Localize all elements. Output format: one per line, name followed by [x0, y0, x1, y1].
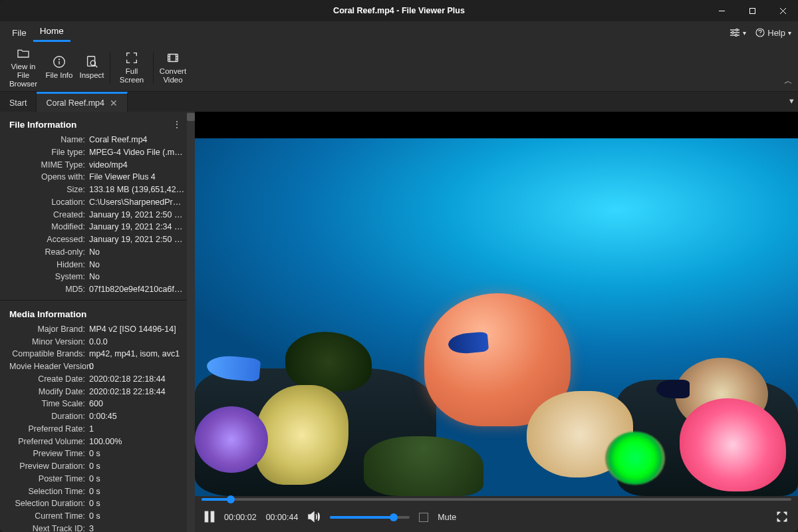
info-key: Selection Time:: [9, 485, 89, 498]
info-value: January 19, 2021 2:50 PM: [89, 209, 186, 221]
info-key: Duration:: [9, 410, 89, 423]
tab-label: Coral Reef.mp4: [46, 98, 104, 108]
menu-file[interactable]: File: [5, 25, 33, 41]
info-value: 3: [89, 523, 186, 532]
info-row: Duration:0:00:45: [8, 410, 187, 423]
info-key: Minor Version:: [9, 336, 89, 348]
section-title: File Information: [9, 120, 76, 130]
info-row: Name:Coral Reef.mp4: [8, 134, 187, 146]
info-row: Selection Time:0 s: [8, 485, 187, 498]
info-value: 2020:02:18 22:18:44: [89, 373, 186, 386]
seek-bar[interactable]: [195, 496, 798, 503]
info-row: MD5:07f1b820e9ef4210ca6fca02668c...: [8, 283, 187, 296]
info-value: 07f1b820e9ef4210ca6fca02668c...: [89, 283, 186, 296]
info-value: January 19, 2021 2:50 PM: [89, 233, 186, 246]
svg-line-17: [95, 65, 98, 68]
info-value: 100.00%: [89, 436, 186, 448]
tab-start[interactable]: Start: [0, 92, 37, 112]
menubar: File Home ▾ Help▾: [0, 21, 798, 44]
tabbar: Start Coral Reef.mp4 ✕ ▾: [0, 92, 798, 112]
collapse-ribbon-icon[interactable]: ︿: [784, 75, 793, 87]
tool-label: Inspect: [79, 71, 104, 80]
mute-checkbox[interactable]: [419, 513, 428, 522]
svg-rect-25: [205, 511, 208, 522]
full-screen-button[interactable]: Full Screen: [112, 47, 151, 89]
tool-label: Convert Video: [160, 67, 186, 84]
fullscreen-button[interactable]: [775, 510, 789, 525]
main-area: File Information⋮Name:Coral Reef.mp4File…: [0, 112, 798, 532]
info-value: mp42, mp41, isom, avc1: [89, 348, 186, 360]
info-key: Modify Date:: [9, 386, 89, 398]
info-key: Preview Time:: [9, 448, 89, 460]
settings-icon[interactable]: ▾: [730, 28, 746, 37]
info-value: No: [89, 246, 186, 259]
close-tab-icon[interactable]: ✕: [110, 98, 118, 108]
view-in-file-browser-button[interactable]: View in File Browser: [4, 47, 43, 89]
info-key: Create Date:: [9, 373, 89, 386]
info-value: Coral Reef.mp4: [89, 134, 186, 146]
help-label: Help: [767, 28, 785, 38]
volume-icon[interactable]: [307, 511, 321, 525]
info-row: Created:January 19, 2021 2:50 PM: [8, 209, 187, 221]
video-panel: 00:00:02 00:00:44 Mute: [195, 112, 798, 532]
info-value: 0 s: [89, 473, 186, 485]
menu-home[interactable]: Home: [33, 23, 70, 42]
info-key: Selection Duration:: [9, 497, 89, 510]
info-value: 0 s: [89, 460, 186, 473]
info-key: Preferred Volume:: [9, 436, 89, 448]
info-row: Preferred Volume:100.00%: [8, 436, 187, 448]
info-key: Next Track ID:: [9, 523, 89, 532]
sidebar-scrollbar[interactable]: [187, 112, 195, 532]
info-value: 600: [89, 398, 186, 410]
svg-point-7: [736, 29, 738, 31]
titlebar: Coral Reef.mp4 - File Viewer Plus: [0, 0, 798, 21]
remaining-time: 00:00:44: [266, 513, 299, 522]
info-row: Location:C:\Users\SharpenedProductions\.…: [8, 196, 187, 209]
toolbar-divider: [110, 52, 110, 84]
info-row: File type:MPEG-4 Video File (.mp4): [8, 146, 187, 159]
info-value: MPEG-4 Video File (.mp4): [89, 146, 186, 159]
volume-slider[interactable]: [330, 516, 410, 519]
info-row: System:No: [8, 271, 187, 283]
info-key: Time Scale:: [9, 398, 89, 410]
info-value: 0 s: [89, 510, 186, 523]
info-value: 0.0.0: [89, 336, 186, 348]
convert-video-button[interactable]: Convert Video: [156, 47, 190, 89]
info-row: Minor Version:0.0.0: [8, 336, 187, 348]
tab-active-file[interactable]: Coral Reef.mp4 ✕: [37, 92, 128, 112]
info-value: No: [89, 259, 186, 271]
toolbar-divider: [153, 52, 154, 84]
info-key: Major Brand:: [9, 323, 89, 336]
info-row: MIME Type:video/mp4: [8, 159, 187, 172]
more-icon[interactable]: ⋮: [172, 123, 184, 127]
info-value: January 19, 2021 2:34 PM: [89, 221, 186, 233]
info-key: Movie Header Version:: [9, 360, 89, 373]
info-value: No: [89, 271, 186, 283]
svg-point-8: [732, 32, 734, 34]
info-value: MP4 v2 [ISO 14496-14]: [89, 323, 186, 336]
info-value: video/mp4: [89, 159, 186, 172]
info-value: 0: [89, 360, 186, 373]
maximize-button[interactable]: [737, 0, 767, 21]
info-key: Read-only:: [9, 246, 89, 259]
video-frame[interactable]: [195, 112, 798, 496]
help-button[interactable]: Help▾: [755, 28, 791, 38]
toolbar: View in File Browser File Info Inspect F…: [0, 44, 798, 92]
file-info-button[interactable]: File Info: [43, 47, 76, 89]
info-key: Current Time:: [9, 510, 89, 523]
info-value: C:\Users\SharpenedProductions\...: [89, 196, 186, 209]
close-button[interactable]: [767, 0, 798, 21]
info-value: 0 s: [89, 448, 186, 460]
info-value: File Viewer Plus 4: [89, 171, 186, 184]
info-row: Next Track ID:3: [8, 523, 187, 532]
inspect-button[interactable]: Inspect: [76, 47, 108, 89]
info-value: 0 s: [89, 485, 186, 498]
info-key: Preview Duration:: [9, 460, 89, 473]
info-key: Modified:: [9, 221, 89, 233]
pause-button[interactable]: [204, 511, 215, 525]
tab-overflow-icon[interactable]: ▾: [789, 96, 794, 106]
info-row: Major Brand:MP4 v2 [ISO 14496-14]: [8, 323, 187, 336]
tab-label: Start: [9, 98, 27, 108]
minimize-button[interactable]: [706, 0, 737, 21]
info-key: Accessed:: [9, 233, 89, 246]
